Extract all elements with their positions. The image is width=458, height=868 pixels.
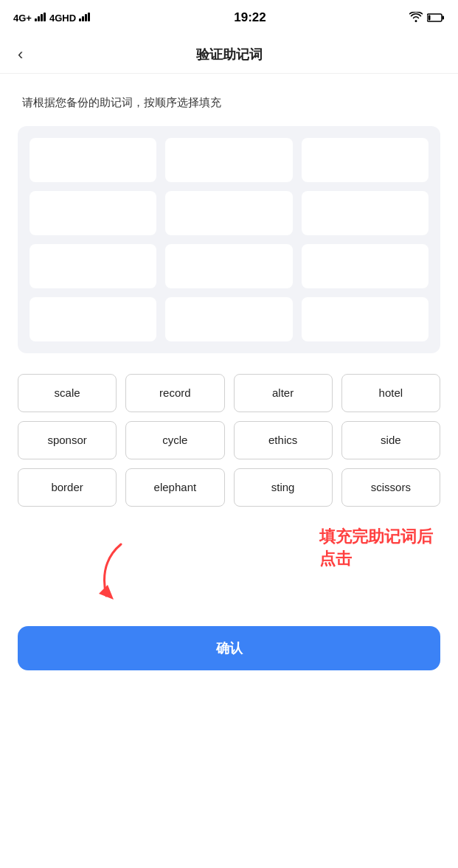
wifi-icon xyxy=(409,12,423,24)
word-grid-container: scalerecordalterhotelsponsorcycleethicss… xyxy=(0,368,458,518)
network2-label: 4GHD xyxy=(49,13,76,24)
back-button[interactable]: ‹ xyxy=(12,39,29,70)
answer-slot-7[interactable] xyxy=(30,244,156,288)
word-chip-border[interactable]: border xyxy=(18,468,117,507)
answer-slot-8[interactable] xyxy=(165,244,292,288)
confirm-button[interactable]: 确认 xyxy=(18,626,440,670)
svg-rect-0 xyxy=(35,18,37,21)
word-grid: scalerecordalterhotelsponsorcycleethicss… xyxy=(18,374,440,507)
instruction-text: 请根据您备份的助记词，按顺序选择填充 xyxy=(0,74,458,126)
svg-rect-1 xyxy=(38,16,40,21)
answer-slot-1[interactable] xyxy=(30,138,156,182)
nav-bar: ‹ 验证助记词 xyxy=(0,35,458,74)
signal-icon1 xyxy=(35,13,46,24)
battery-icon xyxy=(427,12,445,24)
answer-slot-6[interactable] xyxy=(302,191,428,235)
status-time: 19:22 xyxy=(234,10,266,25)
word-chip-scale[interactable]: scale xyxy=(18,374,117,412)
answer-slot-2[interactable] xyxy=(165,138,292,182)
svg-marker-11 xyxy=(99,585,114,600)
word-chip-side[interactable]: side xyxy=(341,421,440,459)
svg-rect-3 xyxy=(44,13,46,21)
callout-line1: 填充完助记词后 xyxy=(319,527,433,546)
signal-icon2 xyxy=(79,13,91,24)
callout-line2: 点击 xyxy=(319,549,352,568)
status-bar: 4G+ 4GHD 19:22 xyxy=(0,0,458,35)
answer-slot-4[interactable] xyxy=(30,191,156,235)
word-chip-elephant[interactable]: elephant xyxy=(125,468,224,507)
word-chip-scissors[interactable]: scissors xyxy=(341,468,440,507)
svg-rect-2 xyxy=(41,14,43,21)
answer-grid xyxy=(30,138,428,341)
svg-rect-4 xyxy=(79,18,81,21)
word-chip-ethics[interactable]: ethics xyxy=(234,421,333,459)
status-left: 4G+ 4GHD xyxy=(13,13,91,24)
word-chip-alter[interactable]: alter xyxy=(234,374,333,412)
answer-slot-11[interactable] xyxy=(165,297,292,341)
word-chip-cycle[interactable]: cycle xyxy=(125,421,224,459)
svg-rect-10 xyxy=(428,15,430,20)
callout-area: 填充完助记词后 点击 xyxy=(18,526,440,614)
word-chip-sting[interactable]: sting xyxy=(234,468,333,507)
answer-slot-3[interactable] xyxy=(302,138,428,182)
svg-rect-9 xyxy=(442,15,444,19)
word-chip-hotel[interactable]: hotel xyxy=(341,374,440,412)
network1-label: 4G+ xyxy=(13,13,32,24)
page-title: 验证助记词 xyxy=(196,46,263,63)
answer-slot-10[interactable] xyxy=(30,297,156,341)
svg-rect-7 xyxy=(88,13,90,21)
callout-arrow-icon xyxy=(77,541,165,607)
callout-text: 填充完助记词后 点击 xyxy=(319,526,433,572)
answer-slot-5[interactable] xyxy=(165,191,292,235)
answer-grid-container xyxy=(18,126,440,353)
svg-rect-6 xyxy=(85,14,87,21)
word-chip-record[interactable]: record xyxy=(125,374,224,412)
svg-rect-5 xyxy=(82,16,84,21)
answer-slot-12[interactable] xyxy=(302,297,428,341)
status-right xyxy=(409,12,445,24)
answer-slot-9[interactable] xyxy=(302,244,428,288)
confirm-button-label: 确认 xyxy=(216,639,243,657)
word-chip-sponsor[interactable]: sponsor xyxy=(18,421,117,459)
